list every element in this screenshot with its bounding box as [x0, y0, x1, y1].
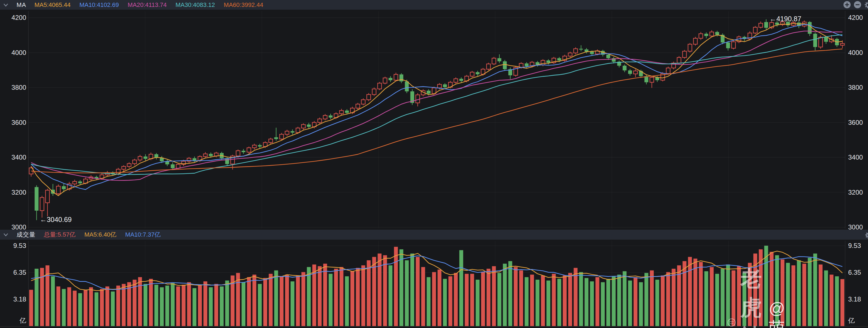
price-axis-label-left: 4000: [0, 49, 26, 57]
volume-axis-label-right: 9.53: [848, 242, 867, 250]
price-panel-title: MA: [17, 1, 26, 8]
collapse-price-panel-icon[interactable]: [3, 3, 8, 7]
price-axis-label-right: 3800: [848, 83, 867, 92]
price-panel-header: MA MA5:4065.44MA10:4102.69MA20:4113.74MA…: [0, 0, 868, 10]
volume-settings-gear-icon[interactable]: [865, 231, 868, 239]
ma-legend-item: MA30:4083.12: [175, 1, 215, 8]
price-axis-label-right: 4200: [848, 13, 867, 22]
volume-axis-unit-left: 亿: [0, 317, 26, 325]
plus-icon: [843, 1, 850, 8]
settings-gear-icon[interactable]: [864, 1, 868, 9]
volume-legend: 总量:5.57亿MA5:6.40亿MA10:7.37亿: [44, 230, 161, 239]
price-axis-label-left: 3800: [0, 83, 26, 92]
volume-legend-item: 总量:5.57亿: [44, 230, 75, 239]
volume-axis-label-right: 6.35: [848, 268, 867, 277]
price-axis-label-left: 4200: [0, 13, 26, 22]
price-axis-label-right: 4000: [848, 49, 867, 57]
high-price-annotation: ←4190.87: [770, 15, 801, 23]
volume-axis-label-left: 6.35: [0, 268, 26, 277]
price-axis-label-left: 3400: [0, 153, 26, 162]
low-price-annotation: ←3040.69: [40, 216, 72, 224]
price-axis-label-left: 3600: [0, 118, 26, 127]
price-axis-label-right: 3400: [848, 153, 867, 162]
volume-axis-label-left: 9.53: [0, 242, 26, 250]
ma-legend-item: MA60:3992.44: [224, 1, 263, 8]
volume-panel-header: 成交量 总量:5.57亿MA5:6.40亿MA10:7.37亿: [0, 230, 868, 240]
chart-stage: MA MA5:4065.44MA10:4102.69MA20:4113.74MA…: [0, 0, 868, 328]
zoom-out-button[interactable]: [854, 1, 861, 8]
volume-legend-item: MA5:6.40亿: [84, 230, 116, 239]
ma-legend: MA5:4065.44MA10:4102.69MA20:4113.74MA30:…: [34, 1, 263, 8]
volume-axis-label-left: 3.18: [0, 295, 26, 303]
volume-panel-title: 成交量: [17, 230, 36, 239]
ma-legend-item: MA10:4102.69: [80, 1, 119, 8]
ma-legend-item: MA5:4065.44: [34, 1, 70, 8]
volume-axis-label-right: 3.18: [848, 295, 867, 303]
price-axis-label-left: 3200: [0, 188, 26, 197]
price-axis-label-right: 3200: [848, 188, 867, 197]
price-axis-label-right: 3600: [848, 118, 867, 127]
ma-legend-item: MA20:4113.74: [128, 1, 166, 8]
collapse-volume-panel-icon[interactable]: [3, 233, 8, 236]
price-volume-chart-canvas[interactable]: [0, 0, 868, 328]
volume-legend-item: MA10:7.37亿: [125, 230, 160, 239]
zoom-in-button[interactable]: [843, 1, 851, 8]
volume-axis-unit-right: 亿: [848, 317, 867, 325]
minus-icon: [854, 1, 861, 8]
